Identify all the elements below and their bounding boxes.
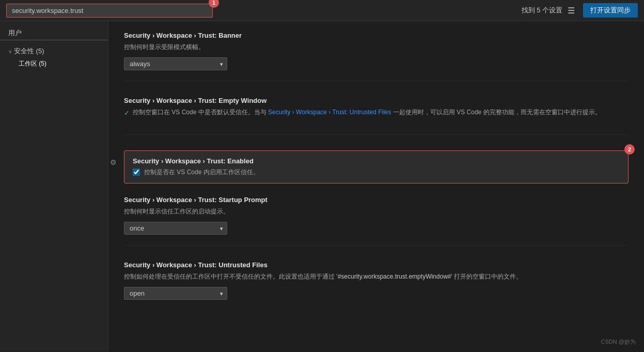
sync-button[interactable]: 打开设置同步 <box>583 3 638 18</box>
watermark: CSDN @妙为 <box>601 338 636 346</box>
setting-startupprompt-main: Startup Prompt <box>218 196 268 204</box>
setting-emptywindow-desc: ✓ 控制空窗口在 VS Code 中是否默认受信任。当与 Security › … <box>124 108 629 119</box>
setting-enabled-outer: 2 ⚙ Security › Workspace › Trust: Enable… <box>124 150 629 183</box>
setting-enabled-title: Security › Workspace › Trust: Enabled <box>133 157 620 165</box>
setting-banner-title-prefix: Security › Workspace › Trust: <box>124 32 218 39</box>
sidebar-user-tab[interactable]: 用户 <box>0 25 108 40</box>
setting-untrustedfiles-prefix: Security › Workspace › Trust: <box>124 261 218 269</box>
setting-startupprompt-title: Security › Workspace › Trust: Startup Pr… <box>124 196 629 204</box>
setting-untrustedfiles-title: Security › Workspace › Trust: Untrusted … <box>124 261 629 269</box>
setting-enabled-checkbox-row: 控制是否在 VS Code 内启用工作区信任。 <box>133 168 620 177</box>
found-settings-text: 找到 5 个设置 <box>522 6 562 15</box>
sidebar-category-label: 安全性 (5) <box>14 47 44 56</box>
enabled-checkbox-label: 控制是否在 VS Code 内启用工作区信任。 <box>144 168 259 177</box>
startupprompt-dropdown-wrapper: once always never ▾ <box>124 222 227 235</box>
badge-1: 1 <box>209 0 219 8</box>
setting-banner-title-main: Banner <box>218 32 242 39</box>
sidebar-subcategory-workspace[interactable]: 工作区 (5) <box>0 58 108 70</box>
sidebar: 用户 ∨ 安全性 (5) 工作区 (5) <box>0 21 108 351</box>
menu-icon[interactable]: ☰ <box>566 5 577 17</box>
sidebar-category-security[interactable]: ∨ 安全性 (5) <box>0 44 108 58</box>
setting-enabled-prefix: Security › Workspace › Trust: <box>133 157 227 165</box>
search-wrapper: 1 <box>6 4 213 18</box>
setting-startupprompt-desc: 控制何时显示信任工作区的启动提示。 <box>124 207 629 217</box>
setting-startupprompt: Security › Workspace › Trust: Startup Pr… <box>124 196 629 246</box>
setting-banner: Security › Workspace › Trust: Banner 控制何… <box>124 32 629 81</box>
setting-enabled-main: Enabled <box>227 157 254 165</box>
found-settings-label: 找到 5 个设置 ☰ <box>522 5 577 17</box>
setting-emptywindow-main: Empty Window <box>218 97 266 104</box>
setting-emptywindow: Security › Workspace › Trust: Empty Wind… <box>124 97 629 135</box>
search-input[interactable] <box>6 4 213 18</box>
setting-emptywindow-prefix: Security › Workspace › Trust: <box>124 97 218 104</box>
banner-dropdown[interactable]: always untrusted never <box>124 57 227 70</box>
setting-emptywindow-desc-text: 控制空窗口在 VS Code 中是否默认受信任。当与 Security › Wo… <box>133 108 601 117</box>
setting-untrustedfiles-desc-text: 控制如何处理在受信任的工作区中打开不受信任的文件。此设置也适用于通过 '#sec… <box>124 272 522 282</box>
top-right-actions: 找到 5 个设置 ☰ 打开设置同步 <box>522 3 638 18</box>
settings-main: Security › Workspace › Trust: Banner 控制何… <box>108 21 644 351</box>
top-bar: 1 找到 5 个设置 ☰ 打开设置同步 <box>0 0 644 21</box>
setting-untrustedfiles: Security › Workspace › Trust: Untrusted … <box>124 261 629 310</box>
chevron-down-icon: ∨ <box>8 49 12 54</box>
gear-icon[interactable]: ⚙ <box>110 158 117 166</box>
checkmark-icon: ✓ <box>124 108 130 119</box>
badge-2: 2 <box>624 144 635 155</box>
setting-untrustedfiles-main: Untrusted Files <box>218 261 268 269</box>
setting-startupprompt-prefix: Security › Workspace › Trust: <box>124 196 218 204</box>
enabled-checkbox[interactable] <box>133 169 140 176</box>
setting-banner-title: Security › Workspace › Trust: Banner <box>124 32 629 39</box>
main-layout: 用户 ∨ 安全性 (5) 工作区 (5) Security › Workspac… <box>0 21 644 351</box>
startupprompt-dropdown[interactable]: once always never <box>124 222 227 235</box>
setting-untrustedfiles-desc: 控制如何处理在受信任的工作区中打开不受信任的文件。此设置也适用于通过 '#sec… <box>124 272 629 282</box>
untrustedfiles-dropdown-wrapper: open prompt newWindow ▾ <box>124 287 227 300</box>
banner-dropdown-wrapper: always untrusted never ▾ <box>124 57 227 70</box>
untrusted-files-link[interactable]: Security › Workspace › Trust: Untrusted … <box>268 109 391 116</box>
untrustedfiles-dropdown[interactable]: open prompt newWindow <box>124 287 227 300</box>
setting-enabled: ⚙ Security › Workspace › Trust: Enabled … <box>124 150 629 183</box>
setting-emptywindow-title: Security › Workspace › Trust: Empty Wind… <box>124 97 629 104</box>
setting-banner-desc: 控制何时显示受限模式横幅。 <box>124 42 629 52</box>
